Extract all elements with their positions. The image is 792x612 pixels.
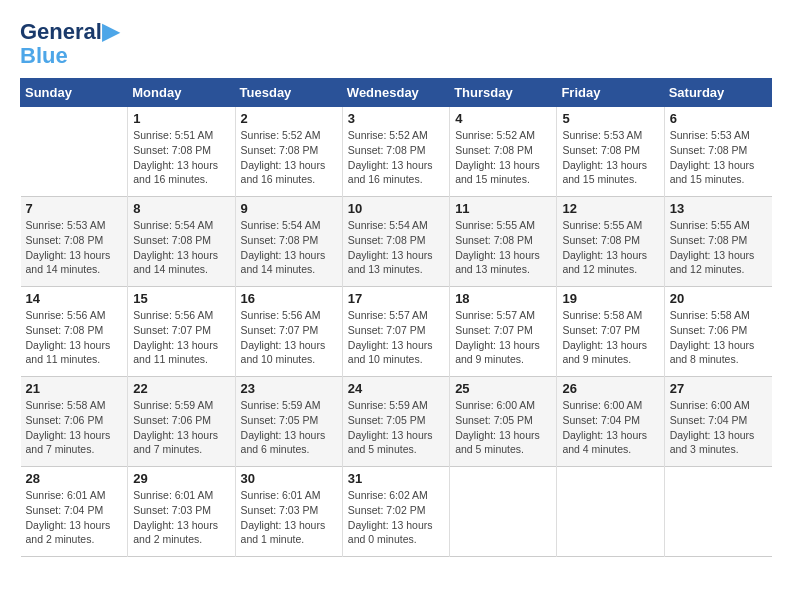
- calendar-cell: 25Sunrise: 6:00 AMSunset: 7:05 PMDayligh…: [450, 377, 557, 467]
- day-info: Sunrise: 5:54 AMSunset: 7:08 PMDaylight:…: [133, 218, 229, 277]
- day-info: Sunrise: 5:52 AMSunset: 7:08 PMDaylight:…: [348, 128, 444, 187]
- calendar-cell: [450, 467, 557, 557]
- logo-subtext: Blue: [20, 44, 119, 68]
- col-header-friday: Friday: [557, 79, 664, 107]
- calendar-cell: 19Sunrise: 5:58 AMSunset: 7:07 PMDayligh…: [557, 287, 664, 377]
- day-number: 22: [133, 381, 229, 396]
- day-number: 25: [455, 381, 551, 396]
- calendar-cell: 6Sunrise: 5:53 AMSunset: 7:08 PMDaylight…: [664, 107, 771, 197]
- day-info: Sunrise: 5:51 AMSunset: 7:08 PMDaylight:…: [133, 128, 229, 187]
- col-header-wednesday: Wednesday: [342, 79, 449, 107]
- day-number: 2: [241, 111, 337, 126]
- calendar-cell: 27Sunrise: 6:00 AMSunset: 7:04 PMDayligh…: [664, 377, 771, 467]
- col-header-thursday: Thursday: [450, 79, 557, 107]
- calendar-cell: 2Sunrise: 5:52 AMSunset: 7:08 PMDaylight…: [235, 107, 342, 197]
- calendar-cell: 4Sunrise: 5:52 AMSunset: 7:08 PMDaylight…: [450, 107, 557, 197]
- day-info: Sunrise: 6:00 AMSunset: 7:05 PMDaylight:…: [455, 398, 551, 457]
- day-info: Sunrise: 5:59 AMSunset: 7:06 PMDaylight:…: [133, 398, 229, 457]
- day-number: 4: [455, 111, 551, 126]
- calendar-cell: 10Sunrise: 5:54 AMSunset: 7:08 PMDayligh…: [342, 197, 449, 287]
- day-number: 18: [455, 291, 551, 306]
- calendar-cell: 1Sunrise: 5:51 AMSunset: 7:08 PMDaylight…: [128, 107, 235, 197]
- day-number: 26: [562, 381, 658, 396]
- col-header-monday: Monday: [128, 79, 235, 107]
- day-number: 3: [348, 111, 444, 126]
- calendar-cell: 14Sunrise: 5:56 AMSunset: 7:08 PMDayligh…: [21, 287, 128, 377]
- day-number: 30: [241, 471, 337, 486]
- calendar-cell: 8Sunrise: 5:54 AMSunset: 7:08 PMDaylight…: [128, 197, 235, 287]
- week-row-1: 1Sunrise: 5:51 AMSunset: 7:08 PMDaylight…: [21, 107, 772, 197]
- calendar-cell: 12Sunrise: 5:55 AMSunset: 7:08 PMDayligh…: [557, 197, 664, 287]
- day-number: 15: [133, 291, 229, 306]
- day-info: Sunrise: 6:01 AMSunset: 7:03 PMDaylight:…: [241, 488, 337, 547]
- day-info: Sunrise: 5:59 AMSunset: 7:05 PMDaylight:…: [241, 398, 337, 457]
- calendar-cell: 13Sunrise: 5:55 AMSunset: 7:08 PMDayligh…: [664, 197, 771, 287]
- calendar-cell: 5Sunrise: 5:53 AMSunset: 7:08 PMDaylight…: [557, 107, 664, 197]
- day-info: Sunrise: 5:59 AMSunset: 7:05 PMDaylight:…: [348, 398, 444, 457]
- calendar-cell: 20Sunrise: 5:58 AMSunset: 7:06 PMDayligh…: [664, 287, 771, 377]
- day-info: Sunrise: 5:55 AMSunset: 7:08 PMDaylight:…: [455, 218, 551, 277]
- week-row-3: 14Sunrise: 5:56 AMSunset: 7:08 PMDayligh…: [21, 287, 772, 377]
- day-number: 31: [348, 471, 444, 486]
- day-number: 20: [670, 291, 767, 306]
- day-number: 1: [133, 111, 229, 126]
- week-row-4: 21Sunrise: 5:58 AMSunset: 7:06 PMDayligh…: [21, 377, 772, 467]
- day-info: Sunrise: 5:54 AMSunset: 7:08 PMDaylight:…: [241, 218, 337, 277]
- day-number: 9: [241, 201, 337, 216]
- week-row-2: 7Sunrise: 5:53 AMSunset: 7:08 PMDaylight…: [21, 197, 772, 287]
- day-number: 6: [670, 111, 767, 126]
- calendar-cell: [664, 467, 771, 557]
- day-number: 21: [26, 381, 123, 396]
- calendar-cell: 22Sunrise: 5:59 AMSunset: 7:06 PMDayligh…: [128, 377, 235, 467]
- day-number: 29: [133, 471, 229, 486]
- day-number: 23: [241, 381, 337, 396]
- day-number: 14: [26, 291, 123, 306]
- day-number: 13: [670, 201, 767, 216]
- day-info: Sunrise: 6:00 AMSunset: 7:04 PMDaylight:…: [562, 398, 658, 457]
- day-number: 11: [455, 201, 551, 216]
- day-number: 16: [241, 291, 337, 306]
- header-row: SundayMondayTuesdayWednesdayThursdayFrid…: [21, 79, 772, 107]
- day-info: Sunrise: 5:56 AMSunset: 7:07 PMDaylight:…: [133, 308, 229, 367]
- logo-text: General▶: [20, 20, 119, 44]
- calendar-cell: 17Sunrise: 5:57 AMSunset: 7:07 PMDayligh…: [342, 287, 449, 377]
- calendar-cell: 30Sunrise: 6:01 AMSunset: 7:03 PMDayligh…: [235, 467, 342, 557]
- day-number: 7: [26, 201, 123, 216]
- calendar-cell: 15Sunrise: 5:56 AMSunset: 7:07 PMDayligh…: [128, 287, 235, 377]
- day-number: 24: [348, 381, 444, 396]
- week-row-5: 28Sunrise: 6:01 AMSunset: 7:04 PMDayligh…: [21, 467, 772, 557]
- page-header: General▶ Blue: [20, 20, 772, 68]
- calendar-cell: [557, 467, 664, 557]
- day-number: 10: [348, 201, 444, 216]
- day-number: 27: [670, 381, 767, 396]
- day-info: Sunrise: 6:01 AMSunset: 7:04 PMDaylight:…: [26, 488, 123, 547]
- day-info: Sunrise: 5:52 AMSunset: 7:08 PMDaylight:…: [455, 128, 551, 187]
- day-number: 12: [562, 201, 658, 216]
- calendar-cell: 31Sunrise: 6:02 AMSunset: 7:02 PMDayligh…: [342, 467, 449, 557]
- day-info: Sunrise: 6:01 AMSunset: 7:03 PMDaylight:…: [133, 488, 229, 547]
- day-info: Sunrise: 5:54 AMSunset: 7:08 PMDaylight:…: [348, 218, 444, 277]
- calendar-cell: 24Sunrise: 5:59 AMSunset: 7:05 PMDayligh…: [342, 377, 449, 467]
- day-info: Sunrise: 5:53 AMSunset: 7:08 PMDaylight:…: [562, 128, 658, 187]
- day-info: Sunrise: 5:53 AMSunset: 7:08 PMDaylight:…: [26, 218, 123, 277]
- day-info: Sunrise: 6:02 AMSunset: 7:02 PMDaylight:…: [348, 488, 444, 547]
- calendar-cell: 28Sunrise: 6:01 AMSunset: 7:04 PMDayligh…: [21, 467, 128, 557]
- calendar-cell: 9Sunrise: 5:54 AMSunset: 7:08 PMDaylight…: [235, 197, 342, 287]
- day-number: 17: [348, 291, 444, 306]
- day-number: 28: [26, 471, 123, 486]
- calendar-table: SundayMondayTuesdayWednesdayThursdayFrid…: [20, 78, 772, 557]
- calendar-cell: [21, 107, 128, 197]
- calendar-cell: 16Sunrise: 5:56 AMSunset: 7:07 PMDayligh…: [235, 287, 342, 377]
- logo: General▶ Blue: [20, 20, 119, 68]
- day-info: Sunrise: 5:55 AMSunset: 7:08 PMDaylight:…: [562, 218, 658, 277]
- day-info: Sunrise: 5:58 AMSunset: 7:06 PMDaylight:…: [26, 398, 123, 457]
- day-info: Sunrise: 5:55 AMSunset: 7:08 PMDaylight:…: [670, 218, 767, 277]
- day-number: 8: [133, 201, 229, 216]
- day-info: Sunrise: 5:57 AMSunset: 7:07 PMDaylight:…: [455, 308, 551, 367]
- day-info: Sunrise: 6:00 AMSunset: 7:04 PMDaylight:…: [670, 398, 767, 457]
- day-info: Sunrise: 5:58 AMSunset: 7:07 PMDaylight:…: [562, 308, 658, 367]
- col-header-tuesday: Tuesday: [235, 79, 342, 107]
- day-info: Sunrise: 5:56 AMSunset: 7:08 PMDaylight:…: [26, 308, 123, 367]
- day-info: Sunrise: 5:58 AMSunset: 7:06 PMDaylight:…: [670, 308, 767, 367]
- calendar-cell: 23Sunrise: 5:59 AMSunset: 7:05 PMDayligh…: [235, 377, 342, 467]
